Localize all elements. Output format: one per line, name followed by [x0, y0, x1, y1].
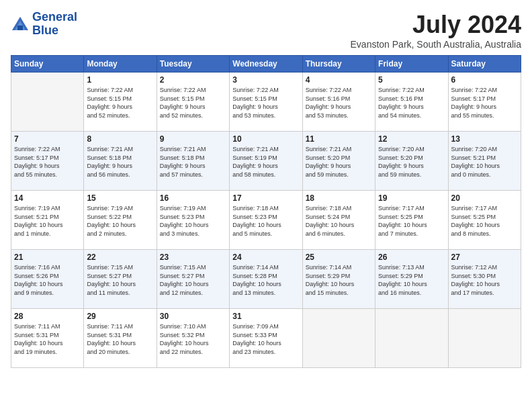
- day-info: Sunrise: 7:19 AMSunset: 5:23 PMDaylight:…: [160, 204, 226, 238]
- calendar-cell: 20Sunrise: 7:17 AMSunset: 5:25 PMDayligh…: [448, 191, 521, 250]
- calendar-cell: 1Sunrise: 7:22 AMSunset: 5:15 PMDaylight…: [84, 73, 157, 132]
- day-number: 9: [160, 134, 226, 144]
- calendar-cell: 5Sunrise: 7:22 AMSunset: 5:16 PMDaylight…: [375, 73, 448, 132]
- calendar-cell: 15Sunrise: 7:19 AMSunset: 5:22 PMDayligh…: [84, 191, 157, 250]
- calendar-cell: 19Sunrise: 7:17 AMSunset: 5:25 PMDayligh…: [375, 191, 448, 250]
- logo: General Blue: [11, 11, 77, 38]
- week-row-3: 14Sunrise: 7:19 AMSunset: 5:21 PMDayligh…: [11, 191, 521, 250]
- day-info: Sunrise: 7:17 AMSunset: 5:25 PMDaylight:…: [451, 204, 518, 238]
- week-row-5: 28Sunrise: 7:11 AMSunset: 5:31 PMDayligh…: [11, 309, 521, 368]
- day-info: Sunrise: 7:22 AMSunset: 5:15 PMDaylight:…: [232, 86, 299, 120]
- calendar-table: SundayMondayTuesdayWednesdayThursdayFrid…: [11, 55, 521, 368]
- day-number: 3: [232, 75, 299, 85]
- day-number: 17: [232, 193, 299, 203]
- week-row-1: 1Sunrise: 7:22 AMSunset: 5:15 PMDaylight…: [11, 73, 521, 132]
- day-number: 11: [306, 134, 372, 144]
- calendar-cell: 16Sunrise: 7:19 AMSunset: 5:23 PMDayligh…: [157, 191, 229, 250]
- calendar-cell: 22Sunrise: 7:15 AMSunset: 5:27 PMDayligh…: [84, 250, 157, 309]
- calendar-cell: [375, 309, 448, 368]
- day-number: 12: [378, 134, 445, 144]
- title-block: July 2024 Evanston Park, South Australia…: [351, 11, 521, 50]
- day-info: Sunrise: 7:13 AMSunset: 5:29 PMDaylight:…: [378, 263, 445, 297]
- day-info: Sunrise: 7:16 AMSunset: 5:26 PMDaylight:…: [14, 263, 81, 297]
- day-number: 23: [160, 253, 226, 262]
- day-number: 1: [87, 75, 153, 85]
- day-number: 26: [378, 253, 445, 262]
- calendar-header-row: SundayMondayTuesdayWednesdayThursdayFrid…: [11, 56, 521, 73]
- day-info: Sunrise: 7:18 AMSunset: 5:23 PMDaylight:…: [232, 204, 299, 238]
- logo-line2: Blue: [32, 24, 77, 38]
- page-header: General Blue July 2024 Evanston Park, So…: [11, 11, 521, 50]
- calendar-cell: 24Sunrise: 7:14 AMSunset: 5:28 PMDayligh…: [230, 250, 302, 309]
- calendar-cell: 31Sunrise: 7:09 AMSunset: 5:33 PMDayligh…: [230, 309, 302, 368]
- calendar-cell: 9Sunrise: 7:21 AMSunset: 5:18 PMDaylight…: [157, 132, 229, 191]
- calendar-cell: 4Sunrise: 7:22 AMSunset: 5:16 PMDaylight…: [302, 73, 375, 132]
- calendar-cell: 2Sunrise: 7:22 AMSunset: 5:15 PMDaylight…: [157, 73, 229, 132]
- day-number: 30: [160, 312, 226, 321]
- day-info: Sunrise: 7:22 AMSunset: 5:17 PMDaylight:…: [14, 145, 81, 179]
- calendar-cell: 28Sunrise: 7:11 AMSunset: 5:31 PMDayligh…: [11, 309, 84, 368]
- calendar-cell: 27Sunrise: 7:12 AMSunset: 5:30 PMDayligh…: [448, 250, 521, 309]
- day-number: 5: [378, 75, 445, 85]
- calendar-cell: 6Sunrise: 7:22 AMSunset: 5:17 PMDaylight…: [448, 73, 521, 132]
- day-number: 21: [14, 253, 81, 262]
- day-info: Sunrise: 7:21 AMSunset: 5:18 PMDaylight:…: [87, 145, 153, 179]
- day-number: 27: [451, 253, 518, 262]
- day-info: Sunrise: 7:15 AMSunset: 5:27 PMDaylight:…: [87, 263, 153, 297]
- day-number: 25: [306, 253, 372, 262]
- day-number: 29: [87, 312, 153, 321]
- day-number: 16: [160, 193, 226, 203]
- location: Evanston Park, South Australia, Australi…: [351, 39, 521, 50]
- calendar-cell: [448, 309, 521, 368]
- calendar-cell: 14Sunrise: 7:19 AMSunset: 5:21 PMDayligh…: [11, 191, 84, 250]
- day-number: 18: [306, 193, 372, 203]
- calendar-cell: 29Sunrise: 7:11 AMSunset: 5:31 PMDayligh…: [84, 309, 157, 368]
- day-info: Sunrise: 7:17 AMSunset: 5:25 PMDaylight:…: [378, 204, 445, 238]
- day-info: Sunrise: 7:20 AMSunset: 5:21 PMDaylight:…: [451, 145, 518, 179]
- header-wednesday: Wednesday: [230, 56, 302, 73]
- day-number: 7: [14, 134, 81, 144]
- day-number: 13: [451, 134, 518, 144]
- day-info: Sunrise: 7:21 AMSunset: 5:20 PMDaylight:…: [306, 145, 372, 179]
- day-info: Sunrise: 7:09 AMSunset: 5:33 PMDaylight:…: [232, 322, 299, 356]
- day-number: 10: [232, 134, 299, 144]
- day-number: 6: [451, 75, 518, 85]
- calendar-cell: [302, 309, 375, 368]
- day-info: Sunrise: 7:14 AMSunset: 5:29 PMDaylight:…: [306, 263, 372, 297]
- logo-icon: [11, 15, 30, 34]
- calendar-cell: 21Sunrise: 7:16 AMSunset: 5:26 PMDayligh…: [11, 250, 84, 309]
- header-tuesday: Tuesday: [157, 56, 229, 73]
- day-info: Sunrise: 7:11 AMSunset: 5:31 PMDaylight:…: [14, 322, 81, 356]
- day-number: 28: [14, 312, 81, 321]
- day-info: Sunrise: 7:20 AMSunset: 5:20 PMDaylight:…: [378, 145, 445, 179]
- day-info: Sunrise: 7:22 AMSunset: 5:17 PMDaylight:…: [451, 86, 518, 120]
- header-saturday: Saturday: [448, 56, 521, 73]
- calendar-cell: 8Sunrise: 7:21 AMSunset: 5:18 PMDaylight…: [84, 132, 157, 191]
- day-info: Sunrise: 7:12 AMSunset: 5:30 PMDaylight:…: [451, 263, 518, 297]
- day-info: Sunrise: 7:19 AMSunset: 5:22 PMDaylight:…: [87, 204, 153, 238]
- calendar-cell: 3Sunrise: 7:22 AMSunset: 5:15 PMDaylight…: [230, 73, 302, 132]
- day-number: 8: [87, 134, 153, 144]
- day-info: Sunrise: 7:22 AMSunset: 5:15 PMDaylight:…: [160, 86, 226, 120]
- header-monday: Monday: [84, 56, 157, 73]
- header-thursday: Thursday: [302, 56, 375, 73]
- day-number: 31: [232, 312, 299, 321]
- day-info: Sunrise: 7:22 AMSunset: 5:16 PMDaylight:…: [306, 86, 372, 120]
- calendar-cell: 18Sunrise: 7:18 AMSunset: 5:24 PMDayligh…: [302, 191, 375, 250]
- calendar-cell: 25Sunrise: 7:14 AMSunset: 5:29 PMDayligh…: [302, 250, 375, 309]
- calendar-cell: [11, 73, 84, 132]
- day-number: 20: [451, 193, 518, 203]
- day-info: Sunrise: 7:21 AMSunset: 5:18 PMDaylight:…: [160, 145, 226, 179]
- week-row-2: 7Sunrise: 7:22 AMSunset: 5:17 PMDaylight…: [11, 132, 521, 191]
- day-number: 14: [14, 193, 81, 203]
- calendar-cell: 11Sunrise: 7:21 AMSunset: 5:20 PMDayligh…: [302, 132, 375, 191]
- logo-line1: General: [32, 11, 77, 24]
- calendar-cell: 26Sunrise: 7:13 AMSunset: 5:29 PMDayligh…: [375, 250, 448, 309]
- calendar-cell: 7Sunrise: 7:22 AMSunset: 5:17 PMDaylight…: [11, 132, 84, 191]
- day-info: Sunrise: 7:15 AMSunset: 5:27 PMDaylight:…: [160, 263, 226, 297]
- day-number: 24: [232, 253, 299, 262]
- calendar-cell: 23Sunrise: 7:15 AMSunset: 5:27 PMDayligh…: [157, 250, 229, 309]
- day-info: Sunrise: 7:18 AMSunset: 5:24 PMDaylight:…: [306, 204, 372, 238]
- week-row-4: 21Sunrise: 7:16 AMSunset: 5:26 PMDayligh…: [11, 250, 521, 309]
- day-number: 2: [160, 75, 226, 85]
